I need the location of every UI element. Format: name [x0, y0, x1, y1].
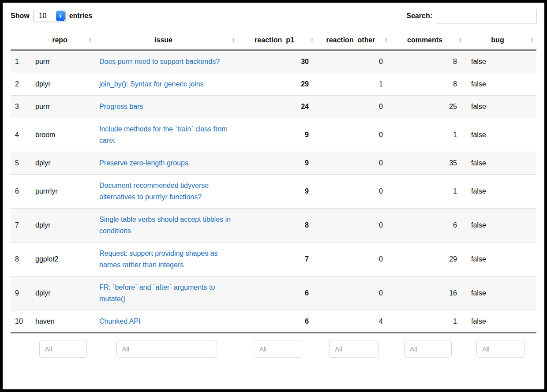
table-row: 8ggplot2Request: support providing shape… — [11, 243, 536, 276]
table-row: 6purrrlyrDocument recommended tidyverse … — [11, 175, 536, 209]
comments-cell: 6 — [391, 209, 465, 243]
comments-cell: 25 — [391, 96, 465, 118]
issue-link[interactable]: Single table verbs should accept tibbles… — [99, 216, 231, 235]
reaction_p1-cell: 24 — [238, 96, 317, 118]
table-row: 7dplyrSingle table verbs should accept t… — [11, 209, 536, 243]
issue-link[interactable]: FR: `before` and `after` arguments to mu… — [99, 284, 215, 302]
search-label: Search: — [406, 12, 432, 20]
issue-link[interactable]: Does purrr need to support backends? — [99, 58, 220, 65]
index-cell: 1 — [11, 50, 31, 73]
index-cell: 2 — [11, 73, 31, 96]
index-cell: 4 — [11, 118, 31, 152]
data-table-page: Show 10 ▲▼ entries Search: repo▲▼issue▲▼… — [0, 0, 547, 392]
reaction_p1-cell: 7 — [238, 243, 317, 276]
search-control: Search: — [406, 9, 536, 23]
reaction_other-cell: 0 — [317, 118, 391, 152]
reaction_other-cell: 0 — [317, 276, 391, 310]
issue-cell: Single table verbs should accept tibbles… — [95, 209, 238, 243]
filter-cell-reaction_other — [317, 333, 391, 360]
bug-cell: false — [465, 73, 536, 96]
reaction_other-cell: 0 — [317, 209, 391, 243]
comments-cell: 8 — [391, 50, 465, 73]
issues-table: repo▲▼issue▲▼reaction_p1▲▼reaction_other… — [11, 31, 536, 360]
issue-cell: join_by(): Syntax for generic joins — [95, 73, 238, 96]
table-header: repo▲▼issue▲▼reaction_p1▲▼reaction_other… — [11, 31, 536, 50]
bug-cell: false — [465, 50, 536, 73]
reaction_other-cell: 0 — [317, 152, 391, 175]
entries-label: entries — [69, 12, 92, 20]
index-cell: 8 — [11, 243, 31, 276]
column-filter-input-comments[interactable] — [404, 340, 452, 358]
select-stepper-icon: ▲▼ — [56, 11, 65, 21]
repo-cell: purrrlyr — [31, 175, 95, 209]
column-header-reaction_other[interactable]: reaction_other▲▼ — [317, 31, 391, 50]
index-cell: 5 — [11, 152, 31, 175]
table-row: 10havenChunked API641false — [11, 310, 536, 333]
sort-both-icon: ▲▼ — [530, 37, 534, 43]
column-filter-input-bug[interactable] — [476, 340, 525, 358]
repo-cell: ggplot2 — [31, 243, 95, 276]
issue-link[interactable]: Document recommended tidyverse alternati… — [99, 182, 209, 201]
reaction_other-cell: 4 — [317, 310, 391, 333]
reaction_p1-cell: 6 — [238, 276, 317, 310]
index-cell: 7 — [11, 209, 31, 243]
column-header-comments[interactable]: comments▲▼ — [391, 31, 465, 50]
page-length-select[interactable]: 10 ▲▼ — [33, 10, 66, 22]
issue-cell: Request: support providing shapes as nam… — [95, 243, 238, 276]
repo-cell: purrr — [31, 50, 95, 73]
filter-cell-reaction_p1 — [238, 333, 317, 360]
comments-cell: 29 — [391, 243, 465, 276]
column-filter-input-reaction_other[interactable] — [329, 340, 378, 358]
column-header-issue[interactable]: issue▲▼ — [95, 31, 238, 50]
column-filter-input-repo[interactable] — [39, 340, 87, 358]
sort-both-icon: ▲▼ — [232, 37, 236, 43]
repo-cell: haven — [31, 310, 95, 333]
bug-cell: false — [465, 243, 536, 276]
column-filter-input-issue[interactable] — [116, 340, 217, 358]
column-header-repo[interactable]: repo▲▼ — [31, 31, 95, 50]
column-filter-input-reaction_p1[interactable] — [254, 340, 301, 358]
issue-cell: FR: `before` and `after` arguments to mu… — [95, 276, 238, 310]
bug-cell: false — [465, 175, 536, 209]
page-length-value: 10 — [39, 12, 47, 20]
filter-cell-comments — [391, 333, 465, 360]
repo-cell: dplyr — [31, 209, 95, 243]
issue-cell: Include methods for the `train` class fr… — [95, 118, 238, 152]
table-row: 2dplyrjoin_by(): Syntax for generic join… — [11, 73, 536, 96]
reaction_other-cell: 1 — [317, 73, 391, 96]
issue-link[interactable]: Request: support providing shapes as nam… — [99, 250, 218, 269]
search-input[interactable] — [436, 9, 536, 23]
reaction_other-cell: 0 — [317, 243, 391, 276]
show-label: Show — [11, 12, 30, 20]
comments-cell: 8 — [391, 73, 465, 96]
issue-cell: Chunked API — [95, 310, 238, 333]
page-length-control: Show 10 ▲▼ entries — [11, 10, 92, 22]
column-header-reaction_p1[interactable]: reaction_p1▲▼ — [238, 31, 317, 50]
index-cell: 9 — [11, 276, 31, 310]
column-header-label: comments — [407, 36, 442, 44]
table-row: 9dplyrFR: `before` and `after` arguments… — [11, 276, 536, 310]
column-header-bug[interactable]: bug▲▼ — [465, 31, 536, 50]
issue-link[interactable]: Preserve zero-length groups — [99, 159, 188, 167]
comments-cell: 1 — [391, 310, 465, 333]
repo-cell: purrr — [31, 96, 95, 118]
reaction_p1-cell: 6 — [238, 310, 317, 333]
issue-link[interactable]: Include methods for the `train` class fr… — [99, 125, 228, 144]
table-controls: Show 10 ▲▼ entries Search: — [11, 8, 536, 24]
table-row: 3purrrProgress bars24025false — [11, 96, 536, 118]
filter-cell-repo — [31, 333, 95, 360]
issue-cell: Progress bars — [95, 96, 238, 118]
index-cell: 10 — [11, 310, 31, 333]
issue-cell: Document recommended tidyverse alternati… — [95, 175, 238, 209]
bug-cell: false — [465, 152, 536, 175]
table-row: 5dplyrPreserve zero-length groups9035fal… — [11, 152, 536, 175]
repo-cell: dplyr — [31, 152, 95, 175]
comments-cell: 1 — [391, 118, 465, 152]
repo-cell: broom — [31, 118, 95, 152]
index-cell: 3 — [11, 96, 31, 118]
issue-link[interactable]: Progress bars — [99, 103, 143, 110]
column-header-label: bug — [491, 36, 504, 44]
issue-link[interactable]: Chunked API — [99, 317, 140, 325]
issue-link[interactable]: join_by(): Syntax for generic joins — [99, 80, 204, 88]
issue-cell: Does purrr need to support backends? — [95, 50, 238, 73]
